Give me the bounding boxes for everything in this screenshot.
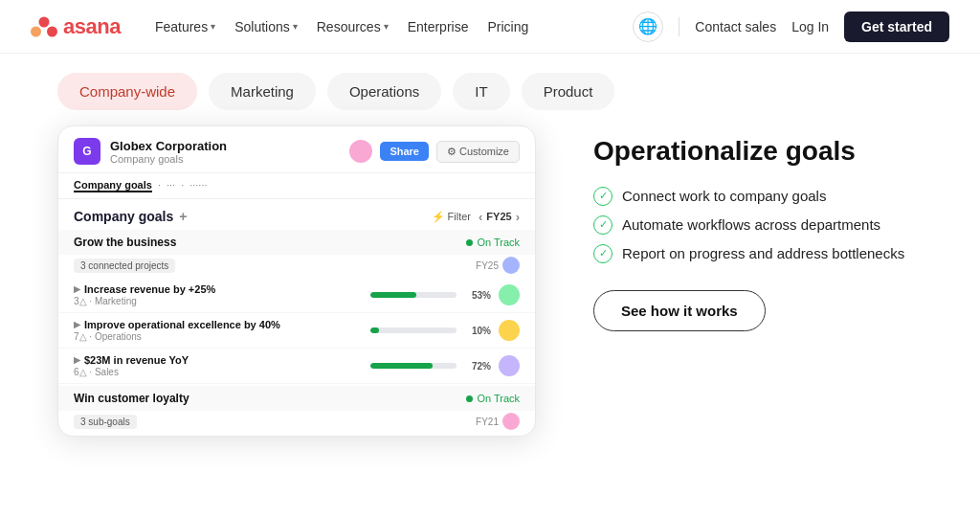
tab-marketing[interactable]: Marketing [209, 73, 316, 110]
nav-divider [679, 17, 679, 36]
svg-point-2 [47, 26, 57, 36]
get-started-button[interactable]: Get started [844, 11, 949, 42]
goal-item-right: 72% [370, 355, 520, 376]
tab-operations[interactable]: Operations [327, 73, 441, 110]
goals-title: Company goals + [74, 209, 187, 224]
fy-prev-button[interactable]: ‹ [479, 210, 482, 224]
nav-resources[interactable]: Resources ▾ [317, 19, 389, 34]
feature-item-1: ✓ Connect work to company goals [593, 187, 923, 206]
goal-item-right: 10% [370, 320, 520, 341]
pct-label: 72% [464, 361, 491, 372]
nav-solutions[interactable]: Solutions ▾ [234, 19, 298, 34]
goal-item-sales[interactable]: ▶ $23M in revenue YoY 6△ · Sales 72% [58, 349, 535, 384]
breadcrumb-goals[interactable]: Company goals [74, 179, 152, 192]
goal-item-operations[interactable]: ▶ Improve operational excellence by 40% … [58, 313, 535, 349]
logo-text: asana [63, 14, 121, 39]
globe-icon: 🌐 [638, 17, 657, 35]
chevron-down-icon: ▾ [211, 21, 215, 32]
progress-fill [370, 363, 433, 369]
right-panel: Operationalize goals ✓ Connect work to c… [593, 125, 923, 331]
corp-name: Globex Corporation [110, 139, 227, 153]
globe-button[interactable]: 🌐 [633, 11, 663, 42]
goals-controls: ⚡ Filter ‹ FY25 › [432, 210, 520, 224]
on-track-badge: On Track [466, 237, 520, 248]
svg-point-1 [31, 26, 41, 36]
fy-label-group1: FY25 [476, 257, 520, 274]
goals-header: Company goals + ⚡ Filter ‹ FY25 › [58, 199, 535, 230]
corp-avatar: G [74, 138, 100, 165]
card-header-left: G Globex Corporation Company goals [74, 138, 227, 165]
card-header: G Globex Corporation Company goals Share… [58, 126, 535, 173]
goal-item-left: ▶ $23M in revenue YoY 6△ · Sales [74, 354, 363, 377]
fy-next-button[interactable]: › [516, 210, 520, 224]
expand-icon: ▶ [74, 355, 80, 365]
main-content: G Globex Corporation Company goals Share… [0, 125, 980, 437]
contact-sales-link[interactable]: Contact sales [695, 19, 776, 34]
progress-bar [370, 292, 457, 298]
feature-item-2: ✓ Automate workflows across departments [593, 215, 923, 235]
login-button[interactable]: Log In [791, 19, 829, 34]
progress-fill [370, 292, 416, 298]
check-icon-3: ✓ [593, 244, 612, 263]
filter-icon: ⚡ [432, 211, 445, 223]
connected-tag-loyalty[interactable]: 3 sub-goals [74, 415, 137, 429]
goal-group-header-loyalty: Win customer loyalty On Track [58, 386, 535, 411]
logo[interactable]: asana [31, 14, 121, 39]
user-avatar [349, 140, 372, 163]
goal-group-grow: Grow the business On Track 3 connected p… [58, 230, 535, 384]
svg-point-0 [39, 16, 50, 27]
customize-button[interactable]: ⚙ Customize [436, 141, 520, 163]
goal-item-name: ▶ Improve operational excellence by 40% [74, 319, 363, 330]
goal-item-revenue[interactable]: ▶ Increase revenue by +25% 3△ · Marketin… [58, 278, 535, 313]
nav-features[interactable]: Features ▾ [155, 19, 215, 34]
chevron-down-icon: ▾ [384, 21, 389, 32]
goal-item-meta: 7△ · Operations [74, 331, 363, 342]
on-track-badge-loyalty: On Track [466, 393, 520, 404]
breadcrumb-sep1: · [158, 179, 161, 192]
progress-fill [370, 327, 379, 333]
tab-it[interactable]: IT [453, 73, 509, 110]
goal-group-header-grow: Grow the business On Track [58, 230, 535, 255]
fy-label-group2: FY21 [476, 413, 520, 430]
card-breadcrumb: Company goals · ··· · ······ [58, 173, 535, 199]
goal-user-avatar [499, 320, 520, 341]
expand-icon: ▶ [74, 284, 80, 294]
goal-group-loyalty: Win customer loyalty On Track 3 sub-goal… [58, 386, 535, 434]
goal-item-name: ▶ $23M in revenue YoY [74, 354, 363, 366]
chevron-down-icon: ▾ [293, 21, 298, 32]
connected-projects-tag[interactable]: 3 connected projects [74, 259, 175, 273]
pct-label: 10% [464, 326, 491, 336]
feature-item-3: ✓ Report on progress and address bottlen… [593, 244, 923, 263]
feature-list: ✓ Connect work to company goals ✓ Automa… [593, 187, 923, 263]
card-header-right: Share ⚙ Customize [349, 140, 520, 163]
category-tabs: Company-wide Marketing Operations IT Pro… [0, 54, 980, 125]
add-goal-icon[interactable]: + [179, 209, 187, 224]
tab-company-wide[interactable]: Company-wide [57, 73, 197, 110]
group2-user-avatar [502, 413, 520, 430]
nav-enterprise[interactable]: Enterprise [408, 19, 469, 34]
see-how-button[interactable]: See how it works [593, 290, 766, 331]
breadcrumb-item2[interactable]: ··· [167, 179, 175, 192]
goal-item-name: ▶ Increase revenue by +25% [74, 283, 363, 295]
logo-icon [31, 16, 57, 37]
goal-user-avatar [499, 355, 520, 376]
corp-sub: Company goals [110, 153, 227, 165]
breadcrumb-item3[interactable]: ······ [189, 179, 207, 192]
check-icon-2: ✓ [593, 215, 612, 235]
expand-icon: ▶ [74, 320, 80, 329]
goal-item-left: ▶ Increase revenue by +25% 3△ · Marketin… [74, 283, 363, 306]
goal-group-name: Grow the business [74, 236, 176, 249]
status-dot [466, 239, 473, 246]
goal-item-meta: 6△ · Sales [74, 367, 363, 377]
goal-item-left: ▶ Improve operational excellence by 40% … [74, 319, 363, 342]
nav-pricing[interactable]: Pricing [487, 19, 528, 34]
tab-product[interactable]: Product [522, 73, 615, 110]
filter-button[interactable]: ⚡ Filter [432, 211, 471, 223]
breadcrumb-sep2: · [181, 179, 184, 192]
share-button[interactable]: Share [380, 142, 429, 161]
goal-group-name: Win customer loyalty [74, 392, 189, 405]
nav-links: Features ▾ Solutions ▾ Resources ▾ Enter… [155, 19, 606, 34]
goal-item-meta: 3△ · Marketing [74, 296, 363, 306]
progress-bar [370, 363, 457, 369]
goal-user-avatar [499, 284, 520, 305]
